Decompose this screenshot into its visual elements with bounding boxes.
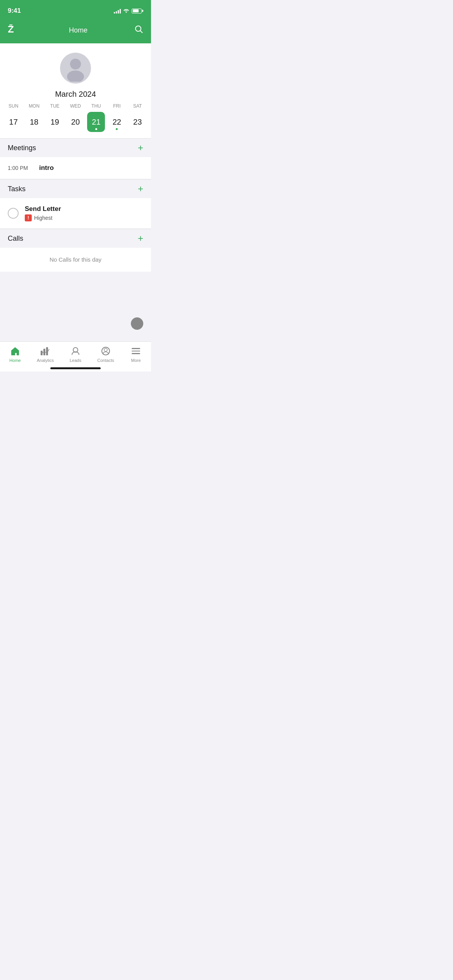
svg-text:Z̃: Z̃ (8, 24, 14, 34)
nav-item-analytics[interactable]: Analytics (30, 346, 60, 363)
gray-spacer (0, 272, 151, 341)
priority-label: Highest (34, 215, 52, 221)
nav-label-home: Home (9, 358, 21, 363)
zia-logo[interactable]: Z̃ (8, 23, 22, 37)
calls-empty: No Calls for this day (0, 248, 151, 272)
month-title: March 2024 (0, 90, 151, 99)
wifi-icon (123, 8, 129, 14)
svg-point-1 (136, 26, 141, 31)
day-label-mon: MON (25, 103, 43, 109)
calendar-day-23[interactable]: 23 (129, 112, 146, 132)
nav-item-more[interactable]: More (121, 346, 151, 363)
nav-item-leads[interactable]: Leads (60, 346, 91, 363)
signal-icon (114, 8, 121, 14)
tasks-section-header: Tasks + (0, 179, 151, 198)
meetings-title: Meetings (8, 144, 36, 152)
contacts-icon (100, 346, 111, 356)
nav-label-more: More (131, 358, 141, 363)
analytics-icon (40, 346, 51, 356)
calendar-header: SUN MON TUE WED THU FRI SAT (0, 103, 151, 109)
day-label-sun: SUN (5, 103, 22, 109)
calls-title: Calls (8, 235, 23, 243)
calls-section-header: Calls + (0, 229, 151, 248)
calendar-section: March 2024 SUN MON TUE WED THU FRI SAT 1… (0, 90, 151, 138)
task-checkbox[interactable] (8, 208, 19, 219)
day-label-sat: SAT (129, 103, 146, 109)
day-label-tue: TUE (46, 103, 64, 109)
svg-line-2 (140, 31, 142, 33)
calendar-day-21[interactable]: 21 (87, 112, 105, 132)
svg-point-10 (104, 348, 107, 351)
calendar-day-19[interactable]: 19 (46, 112, 64, 132)
svg-point-3 (70, 59, 81, 70)
day-label-wed: WED (67, 103, 84, 109)
task-item[interactable]: Send Letter ! Highest (0, 198, 151, 229)
task-name: Send Letter (25, 205, 61, 213)
nav-label-contacts: Contacts (97, 358, 114, 363)
calendar-row: 17 18 19 20 21 22 23 (0, 112, 151, 132)
more-icon (130, 346, 141, 356)
day-label-thu: THU (87, 103, 105, 109)
app-header: Z̃ Home (0, 19, 151, 43)
nav-item-contacts[interactable]: Contacts (91, 346, 121, 363)
calendar-day-20[interactable]: 20 (67, 112, 84, 132)
avatar[interactable] (60, 53, 91, 84)
day-label-fri: FRI (108, 103, 126, 109)
status-time: 9:41 (8, 7, 21, 15)
meeting-item[interactable]: 1:00 PM intro (0, 157, 151, 179)
add-meeting-button[interactable]: + (138, 143, 143, 152)
calls-empty-text: No Calls for this day (50, 256, 101, 263)
calendar-day-18[interactable]: 18 (25, 112, 43, 132)
nav-label-analytics: Analytics (37, 358, 54, 363)
battery-icon (132, 9, 143, 14)
meetings-section-header: Meetings + (0, 138, 151, 157)
floating-dot[interactable] (131, 317, 143, 330)
task-priority: ! Highest (25, 214, 61, 221)
avatar-silhouette (62, 55, 89, 82)
nav-item-home[interactable]: Home (0, 346, 30, 363)
status-bar: 9:41 (0, 0, 151, 19)
nav-label-leads: Leads (70, 358, 81, 363)
status-icons (114, 8, 143, 14)
home-indicator (0, 364, 151, 372)
meeting-name: intro (39, 164, 54, 172)
home-icon (10, 346, 21, 356)
priority-icon: ! (25, 214, 32, 221)
meeting-time: 1:00 PM (8, 165, 33, 171)
bottom-nav: Home Analytics Leads (0, 341, 151, 364)
home-indicator-bar (50, 367, 101, 369)
add-task-button[interactable]: + (138, 184, 143, 194)
calendar-day-22[interactable]: 22 (108, 112, 126, 132)
search-icon[interactable] (135, 25, 143, 36)
task-info: Send Letter ! Highest (25, 205, 61, 221)
tasks-title: Tasks (8, 185, 26, 193)
leads-icon (70, 346, 81, 356)
header-title: Home (69, 26, 88, 34)
add-call-button[interactable]: + (138, 234, 143, 243)
avatar-section (0, 43, 151, 90)
svg-point-4 (67, 70, 84, 82)
calendar-day-17[interactable]: 17 (5, 112, 22, 132)
